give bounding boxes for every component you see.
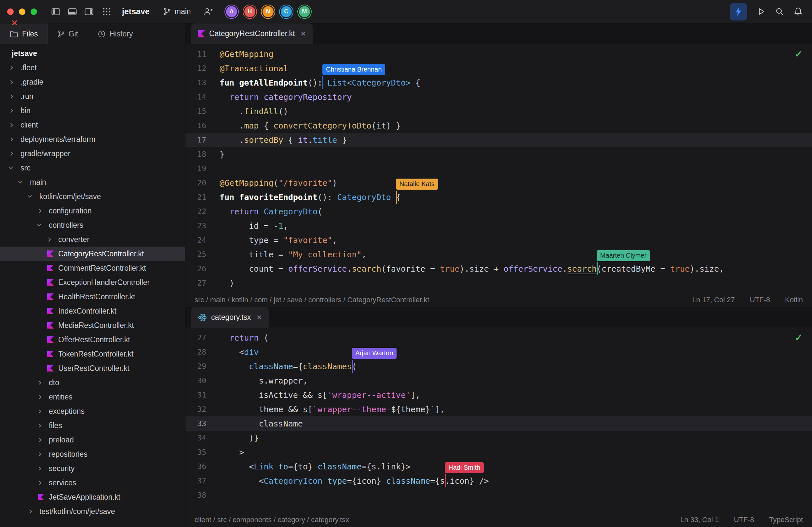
caret-position[interactable]: Ln 17, Col 27 <box>692 296 735 304</box>
chevron-right-icon[interactable] <box>9 94 13 99</box>
tree-item-test-kotlin-com-jet-save[interactable]: test/kotlin/com/jet/save <box>0 504 185 518</box>
close-icon[interactable]: ✕ <box>256 313 262 321</box>
run-button[interactable] <box>756 7 766 16</box>
code-line-33[interactable]: 33 className <box>186 416 812 431</box>
branch-selector[interactable]: main <box>163 7 191 16</box>
tree-item-client[interactable]: client <box>0 118 185 132</box>
chevron-right-icon[interactable] <box>28 510 32 514</box>
code-line-27[interactable]: 27 ) <box>186 276 812 290</box>
notifications-button[interactable] <box>794 7 803 16</box>
chevron-down-icon[interactable] <box>37 222 41 226</box>
code-line-22[interactable]: 22 return CategoryDto( <box>186 204 812 219</box>
editor1-tab[interactable]: CategoryRestController.kt ✕ <box>191 24 313 44</box>
code-line-26[interactable]: 26 count = offerService.search(favorite … <box>186 262 812 276</box>
chevron-right-icon[interactable] <box>9 66 13 70</box>
chevron-right-icon[interactable] <box>37 409 41 413</box>
editor1-code-area[interactable]: 11@GetMapping12@Transactional13fun getAl… <box>186 44 812 293</box>
close-icon[interactable]: ✕ <box>300 30 306 38</box>
chevron-right-icon[interactable] <box>37 438 41 442</box>
tree-item-jetsaveapplication-kt[interactable]: JetSaveApplication.kt <box>0 490 185 504</box>
file-language[interactable]: TypeScript <box>769 516 803 524</box>
code-line-34[interactable]: 34 )} <box>186 431 812 445</box>
code-line-31[interactable]: 31 isActive && s['wrapper--active'], <box>186 388 812 402</box>
code-line-17[interactable]: 17 .sortedBy { it.title } <box>186 133 812 147</box>
chevron-right-icon[interactable] <box>37 209 41 213</box>
avatar-m[interactable]: M <box>299 6 310 17</box>
tree-item-kotlin-com-jet-save[interactable]: kotlin/com/jet/save <box>0 189 185 204</box>
tree-item-services[interactable]: services <box>0 475 185 490</box>
tree-item-main[interactable]: main <box>0 175 185 189</box>
code-line-28[interactable]: 28 <div <box>186 345 812 359</box>
avatar-a[interactable]: A <box>226 6 237 17</box>
tree-item-commentrestcontroller-kt[interactable]: CommentRestController.kt <box>0 261 185 275</box>
tree-item--gradle[interactable]: .gradle <box>0 75 185 89</box>
close-button[interactable] <box>7 9 14 15</box>
chevron-right-icon[interactable] <box>37 467 41 471</box>
code-line-19[interactable]: 19 <box>186 161 812 176</box>
code-line-25[interactable]: 25 title = "My collection", <box>186 247 812 262</box>
toggle-right-panel-icon[interactable] <box>85 8 93 16</box>
code-line-11[interactable]: 11@GetMapping <box>186 47 812 61</box>
chevron-right-icon[interactable] <box>9 80 13 84</box>
tree-item-entities[interactable]: entities <box>0 390 185 404</box>
tree-item-jetsave[interactable]: jetsave <box>0 46 185 60</box>
tab-files[interactable]: Files <box>0 24 48 44</box>
code-line-27[interactable]: 27 return ( <box>186 331 812 345</box>
code-line-18[interactable]: 18} <box>186 147 812 161</box>
zoom-button[interactable] <box>31 9 37 15</box>
tree-item--fleet[interactable]: .fleet <box>0 60 185 75</box>
tree-item-exceptionhandlercontroller[interactable]: ExceptionHandlerController <box>0 275 185 290</box>
code-line-23[interactable]: 23 id = -1, <box>186 219 812 233</box>
tree-item-controllers[interactable]: controllers <box>0 218 185 232</box>
code-line-30[interactable]: 30 s.wrapper, <box>186 374 812 388</box>
tab-history[interactable]: History <box>88 24 143 44</box>
chevron-right-icon[interactable] <box>37 395 41 399</box>
tree-item-converter[interactable]: converter <box>0 232 185 247</box>
code-line-36[interactable]: 36 <Link to={to} className={s.link}> <box>186 459 812 474</box>
code-line-15[interactable]: 15 .findAll() <box>186 104 812 118</box>
code-line-13[interactable]: 13fun getAllEndpoint(): List<CategoryDto… <box>186 75 812 90</box>
code-line-37[interactable]: 37 <CategoryIcon type={icon} className={… <box>186 474 812 488</box>
chevron-right-icon[interactable] <box>9 109 13 113</box>
tree-item-dto[interactable]: dto <box>0 376 185 390</box>
chevron-down-icon[interactable] <box>18 179 23 184</box>
avatar-c[interactable]: C <box>281 6 292 17</box>
tree-item-categoryrestcontroller-kt[interactable]: CategoryRestController.kt <box>0 247 185 261</box>
tree-item-exceptions[interactable]: exceptions <box>0 404 185 418</box>
chevron-right-icon[interactable] <box>9 151 13 156</box>
editor2-code-area[interactable]: 27 return (28 <div29 className={classNam… <box>186 328 812 513</box>
tab-git[interactable]: Git <box>48 24 88 44</box>
editor2-tab[interactable]: category.tsx ✕ <box>191 307 269 327</box>
toggle-bottom-panel-icon[interactable] <box>68 8 77 16</box>
tree-item-mediarestcontroller-kt[interactable]: MediaRestController.kt <box>0 318 185 333</box>
tree-item-src[interactable]: src <box>0 161 185 175</box>
code-line-20[interactable]: 20@GetMapping("/favorite") <box>186 176 812 190</box>
tree-item-deployments-terraform[interactable]: deployments/terraform <box>0 132 185 146</box>
code-line-32[interactable]: 32 theme && s[`wrapper--theme-${theme}`]… <box>186 402 812 416</box>
tree-item-healthrestcontroller-kt[interactable]: HealthRestController.kt <box>0 290 185 304</box>
project-name[interactable]: jetsave <box>122 7 150 16</box>
minimize-button[interactable] <box>19 9 25 15</box>
file-language[interactable]: Kotlin <box>785 296 803 304</box>
tree-item-offerrestcontroller-kt[interactable]: OfferRestController.kt <box>0 333 185 347</box>
chevron-right-icon[interactable] <box>37 452 41 456</box>
tree-item-preload[interactable]: preload <box>0 433 185 447</box>
chevron-right-icon[interactable] <box>46 237 51 242</box>
app-grid-icon[interactable] <box>102 8 111 16</box>
code-line-21[interactable]: 21fun favoriteEndpoint(): CategoryDto { <box>186 190 812 204</box>
avatar-h[interactable]: H <box>244 6 256 17</box>
file-encoding[interactable]: UTF-8 <box>734 516 754 524</box>
tree-item-userrestcontroller-kt[interactable]: UserRestController.kt <box>0 361 185 376</box>
code-line-24[interactable]: 24 type = "favorite", <box>186 233 812 247</box>
smart-mode-button[interactable] <box>730 3 747 20</box>
chevron-right-icon[interactable] <box>9 123 13 127</box>
tree-item-gradle-wrapper[interactable]: gradle/wrapper <box>0 146 185 161</box>
chevron-right-icon[interactable] <box>37 481 41 485</box>
tree-item--run[interactable]: .run <box>0 89 185 103</box>
chevron-right-icon[interactable] <box>37 424 41 428</box>
code-line-12[interactable]: 12@Transactional <box>186 61 812 75</box>
caret-position[interactable]: Ln 33, Col 1 <box>680 516 719 524</box>
chevron-down-icon[interactable] <box>28 193 32 198</box>
tree-item-repositories[interactable]: repositories <box>0 447 185 461</box>
file-encoding[interactable]: UTF-8 <box>750 296 770 304</box>
